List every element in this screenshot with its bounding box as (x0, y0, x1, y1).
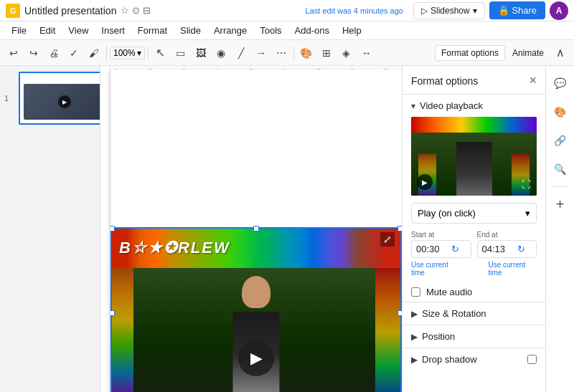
video-playback-chevron: ▾ (411, 101, 415, 111)
menu-help[interactable]: Help (337, 23, 367, 38)
video-play-overlay[interactable]: ▶ (112, 340, 400, 376)
tb-layout-button[interactable]: ⊞ (317, 44, 336, 62)
menu-view[interactable]: View (62, 23, 94, 38)
tb-background-button[interactable]: 🎨 (297, 44, 316, 62)
start-refresh-icon[interactable]: ↻ (451, 244, 459, 254)
mini-explore-button[interactable]: 🔍 (549, 158, 572, 181)
tb-line-button[interactable]: ╱ (232, 44, 250, 62)
tb-theme-button[interactable]: ◈ (337, 44, 356, 62)
menu-format[interactable]: Format (132, 23, 173, 38)
tb-transition-button[interactable]: ↔ (357, 44, 376, 62)
mini-format-button[interactable]: 🎨 (549, 100, 572, 123)
share-label: Share (512, 5, 537, 16)
start-time-input[interactable] (416, 244, 448, 254)
canvas-empty-top (110, 70, 402, 227)
position-section[interactable]: ▶ Position (403, 325, 545, 348)
slide-number: 1 (4, 94, 9, 102)
collapse-button[interactable]: ∧ (551, 44, 570, 62)
drop-shadow-section[interactable]: ▶ Drop shadow (403, 348, 545, 371)
docs-icon[interactable]: ⊟ (143, 5, 151, 16)
start-time-input-wrap: ↻ (411, 240, 471, 258)
menu-arrange[interactable]: Arrange (208, 23, 253, 38)
mini-separator (552, 186, 569, 187)
handle-tr[interactable] (397, 226, 402, 231)
animate-button[interactable]: Animate (507, 46, 550, 60)
use-current-start[interactable]: Use current time (411, 261, 460, 277)
size-rotation-chevron: ▶ (411, 309, 418, 319)
format-options-button[interactable]: Format options (435, 45, 505, 61)
mini-add-button[interactable]: + (549, 193, 572, 216)
format-panel: Format options × ▾ Video playback ▶ ⛶ Pl… (402, 66, 545, 392)
drive-icon[interactable]: ⊙ (132, 5, 140, 16)
use-current-end[interactable]: Use current time (489, 261, 537, 277)
title-icons: ☆ ⊙ ⊟ (121, 5, 151, 16)
drop-shadow-title: Drop shadow (422, 354, 477, 365)
size-rotation-section[interactable]: ▶ Size & Rotation (403, 302, 545, 325)
end-time-input[interactable] (482, 244, 514, 254)
tb-textbox-button[interactable]: ▭ (171, 44, 190, 62)
mini-comments-button[interactable]: 💬 (549, 72, 572, 95)
menu-file[interactable]: File (6, 23, 32, 38)
menu-insert[interactable]: Insert (95, 23, 131, 38)
end-time-input-wrap: ↻ (477, 240, 537, 258)
right-mini-toolbar: 💬 🎨 🔗 🔍 + (545, 66, 574, 392)
share-button[interactable]: 🔒 Share (489, 1, 545, 19)
mini-link-button[interactable]: 🔗 (549, 129, 572, 152)
title-bar: G Untitled presentation ☆ ⊙ ⊟ Last edit … (0, 0, 574, 21)
handle-tc[interactable] (253, 226, 259, 231)
menu-addons[interactable]: Add-ons (289, 23, 335, 38)
tb-print-button[interactable]: 🖨 (44, 44, 63, 62)
drop-shadow-checkbox[interactable] (527, 355, 537, 364)
tb-more-button[interactable]: ⋯ (272, 44, 291, 62)
main-content: 1 ▶ 123456789 B☆★✪RLEW (0, 66, 574, 392)
handle-ml[interactable] (110, 310, 115, 316)
use-current-time-links: Use current time Use current time (411, 261, 537, 277)
end-refresh-icon[interactable]: ↻ (517, 244, 525, 254)
toolbar: ↩ ↪ 🖨 ✓ 🖌 100% ▾ ↖ ▭ 🖼 ◉ ╱ → ⋯ 🎨 ⊞ ◈ ↔ F… (0, 40, 574, 66)
slide-thumbnail-1[interactable]: ▶ (19, 72, 100, 125)
menu-slide[interactable]: Slide (174, 23, 207, 38)
end-time-field: End at ↻ (477, 231, 537, 258)
video-colorbar: B☆★✪RLEW (112, 229, 400, 268)
tb-cursor-button[interactable]: ↖ (151, 44, 170, 62)
tb-paint-button[interactable]: 🖌 (85, 44, 103, 62)
tb-shapes-button[interactable]: ◉ (212, 44, 230, 62)
handle-tl[interactable] (110, 226, 115, 231)
video-embed[interactable]: B☆★✪RLEW ▶ (110, 227, 402, 393)
tb-redo-button[interactable]: ↪ (24, 44, 43, 62)
menu-tools[interactable]: Tools (254, 23, 287, 38)
mute-audio-row[interactable]: Mute audio (403, 282, 545, 302)
menu-edit[interactable]: Edit (34, 23, 61, 38)
thumb-play-button: ▶ (58, 95, 71, 108)
slideshow-button[interactable]: ▷ Slideshow ▾ (413, 2, 485, 19)
playback-mode-dropdown[interactable]: Play (on click) ▾ (411, 203, 537, 224)
slideshow-icon: ▷ (421, 6, 428, 16)
format-panel-close-button[interactable]: × (529, 73, 537, 88)
canvas-area: 123456789 B☆★✪RLEW (100, 66, 402, 392)
vertical-ruler (100, 66, 110, 392)
tb-arrow-button[interactable]: → (252, 44, 270, 62)
tb-zoom-control[interactable]: 100% ▾ (110, 47, 145, 59)
handle-mr[interactable] (397, 310, 402, 316)
last-edit-text: Last edit was 4 minutes ago (306, 6, 403, 15)
mute-audio-checkbox[interactable] (411, 287, 420, 297)
video-playback-section-header[interactable]: ▾ Video playback (403, 95, 545, 117)
tb-separator-2 (148, 46, 149, 60)
zoom-level: 100% (113, 48, 136, 58)
app-icon: G (6, 4, 20, 18)
tb-undo-button[interactable]: ↩ (4, 44, 23, 62)
tb-spellcheck-button[interactable]: ✓ (65, 44, 83, 62)
menu-bar: File Edit View Insert Format Slide Arran… (0, 21, 574, 40)
star-icon[interactable]: ☆ (121, 5, 129, 16)
preview-play-button[interactable]: ▶ (417, 174, 433, 190)
preview-fullscreen-button[interactable]: ⛶ (522, 179, 531, 190)
expand-icon[interactable]: ⤢ (380, 232, 395, 247)
playback-mode-value: Play (on click) (418, 208, 476, 219)
slide-panel: 1 ▶ (0, 66, 100, 392)
play-button-large[interactable]: ▶ (238, 340, 274, 376)
avatar[interactable]: A (550, 1, 568, 20)
presentation-title[interactable]: Untitled presentation (24, 5, 116, 16)
share-icon: 🔒 (498, 5, 509, 16)
preview-person (456, 142, 492, 196)
tb-image-button[interactable]: 🖼 (192, 44, 210, 62)
